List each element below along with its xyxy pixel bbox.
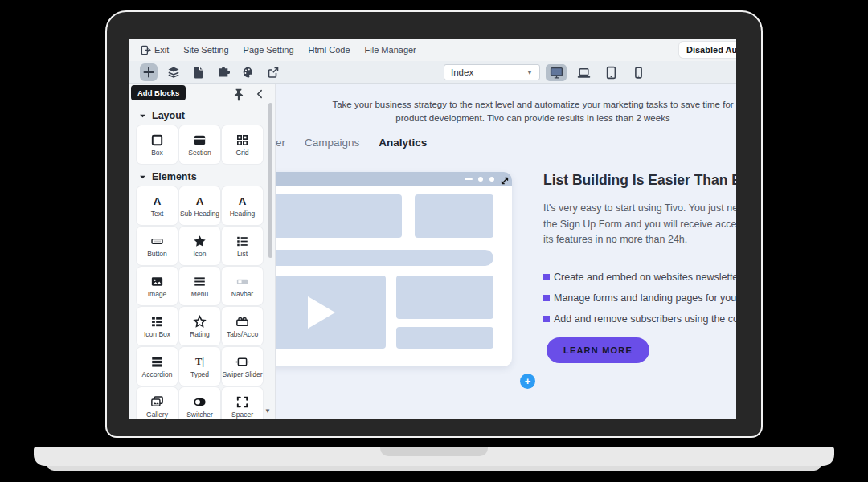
block-card-typed[interactable]: T|Typed <box>179 347 220 386</box>
swiper-icon <box>235 354 250 370</box>
block-card-icon-box[interactable]: Icon Box <box>137 307 178 345</box>
block-card-label: Text <box>151 210 164 218</box>
star-outline-icon <box>192 314 207 330</box>
block-card-spacer[interactable]: Spacer <box>222 387 263 419</box>
intro-line: Take your business strategy to the next … <box>276 98 736 112</box>
block-card-image[interactable]: Image <box>137 267 178 305</box>
star-icon <box>192 234 207 250</box>
section-header-layout[interactable]: Layout <box>129 106 275 125</box>
block-card-text[interactable]: AText <box>137 186 178 225</box>
layers-icon <box>167 66 180 79</box>
letter-a-icon: A <box>149 194 165 210</box>
block-grid-layout: BoxSectionGrid <box>129 125 275 164</box>
caret-down-icon <box>139 174 146 181</box>
svg-text:A: A <box>154 195 162 207</box>
spacer-icon <box>235 394 250 411</box>
menu-item-page-setting[interactable]: Page Setting <box>244 45 294 55</box>
scroll-down-icon[interactable]: ▼ <box>264 407 271 415</box>
nav-item-analytics[interactable]: Analytics <box>379 137 427 149</box>
block-card-label: Typed <box>190 371 209 378</box>
block-card-tabs-acco[interactable]: Tabs/Acco <box>222 307 263 345</box>
paragraph-line: its features in no more than 24h. <box>543 232 736 248</box>
block-card-gallery[interactable]: Gallery <box>137 387 178 419</box>
menu-item-label: Exit <box>154 45 169 55</box>
bullet-square-icon <box>543 316 550 322</box>
chevron-left-icon[interactable] <box>254 88 265 100</box>
block-card-label: Accordion <box>142 371 173 378</box>
block-card-label: Heading <box>230 210 256 218</box>
svg-text:A: A <box>196 195 204 207</box>
image-icon <box>149 274 165 290</box>
window-dot-icon <box>478 177 483 182</box>
expand-arrow-icon[interactable] <box>500 174 510 184</box>
menu-item-label: Site Setting <box>183 45 228 55</box>
block-card-menu[interactable]: Menu <box>179 267 220 305</box>
block-card-navbar[interactable]: Navbar <box>222 267 263 305</box>
plugins-button[interactable] <box>215 63 232 81</box>
plus-icon <box>142 66 155 79</box>
laptop-notch <box>380 447 488 456</box>
feature-list: Create and embed on websites newsletter … <box>543 267 736 329</box>
feature-bullet: Manage forms and landing pages for your … <box>543 288 736 308</box>
paragraph-line: the Sign Up Form and you will receive ac… <box>543 217 736 233</box>
feature-bullet-text: Add and remove subscribers using the con… <box>554 313 736 325</box>
menu-item-html-code[interactable]: Html Code <box>309 45 350 55</box>
block-card-box[interactable]: Box <box>137 125 178 164</box>
block-card-heading[interactable]: AHeading <box>222 186 263 225</box>
block-card-grid[interactable]: Grid <box>222 125 263 164</box>
device-desktop-button[interactable] <box>546 64 567 81</box>
device-group <box>546 61 649 84</box>
button-icon <box>149 234 165 250</box>
block-card-sub-heading[interactable]: ASub Heading <box>179 186 220 225</box>
block-card-section[interactable]: Section <box>179 125 220 164</box>
exit-icon <box>141 45 151 55</box>
block-card-accordion[interactable]: Accordion <box>137 347 178 386</box>
feature-bullet-text: Manage forms and landing pages for your … <box>554 292 736 304</box>
device-tablet-button[interactable] <box>600 64 621 81</box>
caret-down-icon <box>139 112 146 120</box>
menubar: ExitSite SettingPage SettingHtml CodeFil… <box>129 39 736 61</box>
block-card-rating[interactable]: Rating <box>179 307 220 345</box>
hero-heading: List Building Is Easier Than Ever <box>543 172 736 189</box>
pages-button[interactable] <box>190 63 207 81</box>
device-mobile-button[interactable] <box>628 64 649 81</box>
block-card-button[interactable]: Button <box>137 227 178 265</box>
minimize-icon <box>465 178 473 180</box>
block-card-label: Navbar <box>231 291 253 298</box>
block-card-switcher[interactable]: Switcher <box>179 387 220 419</box>
monitor-icon <box>550 66 563 80</box>
block-card-label: Icon Box <box>144 331 170 338</box>
block-card-list[interactable]: List <box>222 227 263 265</box>
pin-icon[interactable] <box>231 88 246 102</box>
block-card-icon[interactable]: Icon <box>179 227 220 265</box>
section-header-elements[interactable]: Elements <box>129 167 275 186</box>
block-grid-elements: ATextASub HeadingAHeadingButtonIconListI… <box>129 186 275 419</box>
autosave-badge: Disabled Auto Save <box>679 42 736 58</box>
add-section-button[interactable]: + <box>520 374 535 389</box>
laptop-screen: ExitSite SettingPage SettingHtml CodeFil… <box>129 39 736 419</box>
laptop-icon <box>577 66 591 80</box>
page-nav: erCampaignsAnalytics <box>276 137 427 149</box>
menu-item-exit[interactable]: Exit <box>141 45 169 55</box>
panel-scrollbar-thumb[interactable] <box>268 103 272 258</box>
menu-item-file-manager[interactable]: File Manager <box>365 45 416 55</box>
menu-item-site-setting[interactable]: Site Setting <box>183 45 228 55</box>
add-blocks-button[interactable] <box>140 63 158 81</box>
add-blocks-tooltip: Add Blocks <box>131 85 186 100</box>
theme-button[interactable] <box>240 63 257 81</box>
block-card-label: Box <box>151 149 163 157</box>
page-select[interactable]: Index ▼ <box>444 64 540 80</box>
layers-button[interactable] <box>165 63 182 81</box>
page-select-value: Index <box>451 67 473 77</box>
letter-a-icon: A <box>192 194 207 210</box>
preview-button[interactable] <box>264 63 282 81</box>
nav-item-campaigns[interactable]: Campaigns <box>305 137 359 149</box>
nav-item-er[interactable]: er <box>276 137 285 149</box>
puzzle-icon <box>217 66 230 79</box>
learn-more-button[interactable]: LEARN MORE <box>547 337 649 363</box>
section-label: Elements <box>152 171 197 182</box>
block-card-swiper-slider[interactable]: Swiper Slider <box>222 347 263 386</box>
device-laptop-button[interactable] <box>573 64 594 81</box>
placeholder-block <box>396 327 493 349</box>
menu-item-label: Page Setting <box>244 45 294 55</box>
